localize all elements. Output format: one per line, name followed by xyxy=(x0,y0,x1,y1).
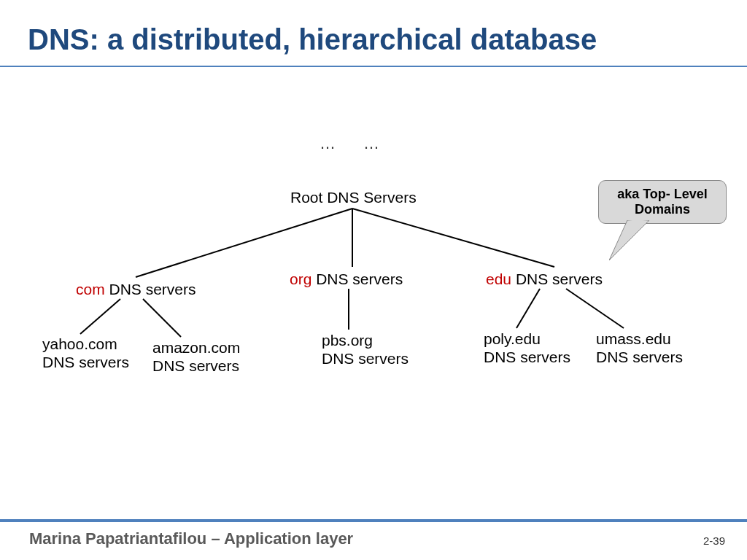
auth-yahoo-l2: DNS servers xyxy=(42,354,129,370)
auth-pbs-l1: pbs.org xyxy=(322,332,373,349)
callout-l2: Domains xyxy=(635,202,690,217)
svg-line-5 xyxy=(80,299,120,334)
callout-l1: aka Top- Level xyxy=(617,187,708,201)
auth-amazon: amazon.com DNS servers xyxy=(152,338,240,375)
tld-edu-prefix: edu xyxy=(486,271,511,287)
root-node: Root DNS Servers xyxy=(290,188,417,206)
svg-line-2 xyxy=(136,209,352,277)
tld-edu-suffix: DNS servers xyxy=(511,271,603,287)
svg-line-8 xyxy=(516,289,540,328)
auth-yahoo: yahoo.com DNS servers xyxy=(42,335,129,371)
footer-line xyxy=(0,519,747,522)
page-number: 2-39 xyxy=(703,534,725,547)
tld-edu: edu DNS servers xyxy=(486,270,603,288)
auth-umass: umass.edu DNS servers xyxy=(596,330,683,366)
svg-line-9 xyxy=(566,289,624,328)
tld-org-prefix: org xyxy=(290,271,311,287)
callout-tail-icon xyxy=(609,220,667,264)
title-underline xyxy=(0,66,747,67)
footer-text: Marina Papatriantafilou – Application la… xyxy=(29,529,353,548)
auth-poly-l2: DNS servers xyxy=(484,349,570,365)
auth-pbs-l2: DNS servers xyxy=(322,350,409,367)
auth-poly-l1: poly.edu xyxy=(484,330,541,347)
auth-amazon-l1: amazon.com xyxy=(152,339,240,356)
auth-pbs: pbs.org DNS servers xyxy=(322,331,409,368)
svg-marker-0 xyxy=(609,220,649,260)
svg-line-6 xyxy=(143,299,181,337)
auth-umass-l1: umass.edu xyxy=(596,330,671,347)
svg-line-4 xyxy=(352,209,554,267)
tld-org: org DNS servers xyxy=(290,270,403,288)
auth-poly: poly.edu DNS servers xyxy=(484,330,570,366)
tld-com-suffix: DNS servers xyxy=(105,281,196,298)
auth-yahoo-l1: yahoo.com xyxy=(42,335,117,352)
tld-org-suffix: DNS servers xyxy=(311,271,403,287)
auth-amazon-l2: DNS servers xyxy=(152,357,239,374)
slide-title: DNS: a distributed, hierarchical databas… xyxy=(28,23,597,56)
ellipsis-1: … xyxy=(320,134,336,153)
callout-tld: aka Top- Level Domains xyxy=(598,180,727,224)
auth-umass-l2: DNS servers xyxy=(596,349,683,365)
ellipsis-2: … xyxy=(363,134,379,153)
tld-com: com DNS servers xyxy=(76,280,196,298)
tld-com-prefix: com xyxy=(76,281,105,298)
